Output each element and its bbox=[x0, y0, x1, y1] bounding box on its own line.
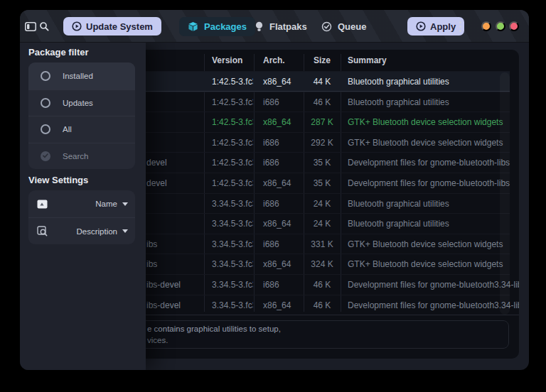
cell-version: 3.34.5-3.fc38 bbox=[212, 199, 253, 209]
cell-name: ibs bbox=[146, 239, 157, 249]
cell-summary: GTK+ Bluetooth device selection widgets bbox=[348, 117, 503, 127]
filter-option-updates[interactable]: Updates bbox=[28, 89, 135, 116]
play-circle-icon bbox=[72, 21, 82, 31]
filter-label: Search bbox=[63, 152, 88, 160]
play-circle-icon bbox=[416, 21, 426, 31]
description-line: vices. bbox=[147, 336, 168, 344]
sidebar-panel: Package filter Installed Updates All bbox=[20, 43, 146, 370]
view-settings-title: View Settings bbox=[28, 175, 88, 185]
cell-name: devel bbox=[146, 178, 167, 188]
cell-summary: GTK+ Bluetooth device selection widgets bbox=[348, 239, 503, 249]
cell-size: 35 K bbox=[304, 158, 341, 168]
cell-arch: x86_64 bbox=[263, 259, 291, 269]
kebab-menu-icon bbox=[459, 21, 461, 32]
flatpak-icon bbox=[255, 21, 264, 32]
search-field-dropdown-row[interactable]: Description bbox=[28, 217, 135, 244]
desktop-background: Update System Packages Flatpaks bbox=[0, 0, 546, 392]
cell-size: 287 K bbox=[304, 117, 341, 127]
package-name-icon bbox=[37, 200, 48, 209]
cell-version: 1:42.5-3.fc38 bbox=[212, 138, 253, 148]
tab-packages[interactable]: Packages bbox=[179, 17, 255, 36]
filter-label: Updates bbox=[63, 99, 93, 107]
radio-checked-disabled-icon bbox=[41, 151, 50, 161]
cell-size: 46 K bbox=[304, 300, 341, 310]
cell-version: 3.34.5-3.fc38 bbox=[212, 259, 253, 269]
description-search-icon bbox=[37, 226, 48, 236]
search-icon bbox=[39, 21, 49, 31]
cell-name: ibs-devel bbox=[146, 280, 181, 290]
radio-icon bbox=[41, 71, 50, 81]
search-button[interactable] bbox=[36, 18, 53, 35]
tab-flatpaks[interactable]: Flatpaks bbox=[246, 17, 316, 36]
cell-arch: x86_64 bbox=[263, 178, 291, 188]
cell-version: 3.34.5-3.fc38 bbox=[212, 219, 253, 229]
package-filter-list: Installed Updates All Search bbox=[28, 62, 135, 169]
cell-arch: x86_64 bbox=[263, 77, 291, 87]
tab-packages-label: Packages bbox=[204, 21, 247, 32]
filter-option-installed[interactable]: Installed bbox=[28, 62, 135, 89]
cell-arch: x86_64 bbox=[263, 300, 291, 310]
cell-name: ibs bbox=[146, 259, 157, 269]
cell-size: 46 K bbox=[304, 280, 341, 290]
cell-arch: i686 bbox=[263, 199, 279, 209]
queue-check-icon bbox=[321, 21, 332, 32]
description-line: e contains graphical utilities to setup, bbox=[147, 325, 281, 333]
cell-arch: i686 bbox=[263, 97, 279, 107]
cell-version: 3.34.5-3.fc38 bbox=[212, 300, 253, 310]
cell-version: 3.34.5-3.fc38 bbox=[212, 280, 253, 290]
cell-summary: Bluetooth graphical utilities bbox=[348, 219, 449, 229]
cell-version: 1:42.5-3.fc38 bbox=[212, 158, 253, 168]
cell-arch: x86_64 bbox=[263, 219, 291, 229]
update-system-button[interactable]: Update System bbox=[63, 17, 161, 36]
column-arch[interactable]: Arch. bbox=[263, 55, 285, 65]
radio-icon bbox=[41, 98, 50, 108]
menu-button[interactable] bbox=[451, 18, 469, 35]
cell-summary: Development files for gnome-bluetooth3.3… bbox=[348, 300, 519, 310]
cell-size: 24 K bbox=[304, 219, 341, 229]
tab-queue[interactable]: Queue bbox=[313, 17, 375, 36]
cell-arch: x86_64 bbox=[263, 117, 291, 127]
window-minimize-button[interactable] bbox=[481, 21, 491, 31]
cell-arch: i686 bbox=[263, 280, 279, 290]
sort-by-value: Name bbox=[95, 200, 117, 208]
cell-size: 292 K bbox=[304, 138, 341, 148]
radio-icon bbox=[41, 124, 50, 134]
window-close-button[interactable] bbox=[509, 21, 519, 31]
cell-version: 1:42.5-3.fc38 bbox=[212, 117, 253, 127]
cell-name: ibs-devel bbox=[146, 300, 181, 310]
column-version[interactable]: Version bbox=[212, 55, 242, 65]
cell-size: 46 K bbox=[304, 97, 341, 107]
cell-summary: Bluetooth graphical utilities bbox=[348, 199, 449, 209]
vertical-scrollbar[interactable] bbox=[500, 72, 510, 315]
tab-flatpaks-label: Flatpaks bbox=[269, 21, 307, 32]
cell-version: 3.34.5-3.fc38 bbox=[212, 239, 253, 249]
tab-queue-label: Queue bbox=[338, 21, 366, 32]
cell-summary: Bluetooth graphical utilities bbox=[348, 77, 449, 87]
sort-by-dropdown-row[interactable]: Name bbox=[28, 190, 135, 217]
filter-label: Installed bbox=[63, 72, 93, 80]
chevron-down-icon bbox=[122, 202, 128, 206]
cell-size: 24 K bbox=[304, 199, 341, 209]
package-box-icon bbox=[188, 21, 198, 32]
chevron-down-icon bbox=[122, 229, 128, 233]
cell-version: 1:42.5-3.fc38 bbox=[212, 178, 253, 188]
app-window: Update System Packages Flatpaks bbox=[20, 10, 529, 370]
filter-option-search: Search bbox=[28, 143, 135, 170]
cell-arch: i686 bbox=[263, 239, 279, 249]
column-summary[interactable]: Summary bbox=[348, 55, 387, 65]
filter-option-all[interactable]: All bbox=[28, 116, 135, 143]
view-settings-list: Name Description bbox=[28, 190, 135, 244]
cell-size: 35 K bbox=[304, 178, 341, 188]
cell-summary: Bluetooth graphical utilities bbox=[348, 97, 449, 107]
column-size[interactable]: Size bbox=[304, 55, 341, 65]
window-maximize-button[interactable] bbox=[496, 21, 505, 31]
package-filter-title: Package filter bbox=[28, 47, 89, 58]
filter-label: All bbox=[63, 125, 72, 134]
search-field-value: Description bbox=[76, 227, 117, 236]
cell-arch: i686 bbox=[263, 138, 279, 148]
cell-size: 324 K bbox=[304, 259, 341, 269]
cell-summary: Development files for gnome-bluetooth3.3… bbox=[348, 280, 519, 290]
headerbar: Update System Packages Flatpaks bbox=[20, 10, 529, 43]
cell-summary: GTK+ Bluetooth device selection widgets bbox=[348, 259, 503, 269]
sidebar-toggle-icon bbox=[25, 22, 36, 31]
